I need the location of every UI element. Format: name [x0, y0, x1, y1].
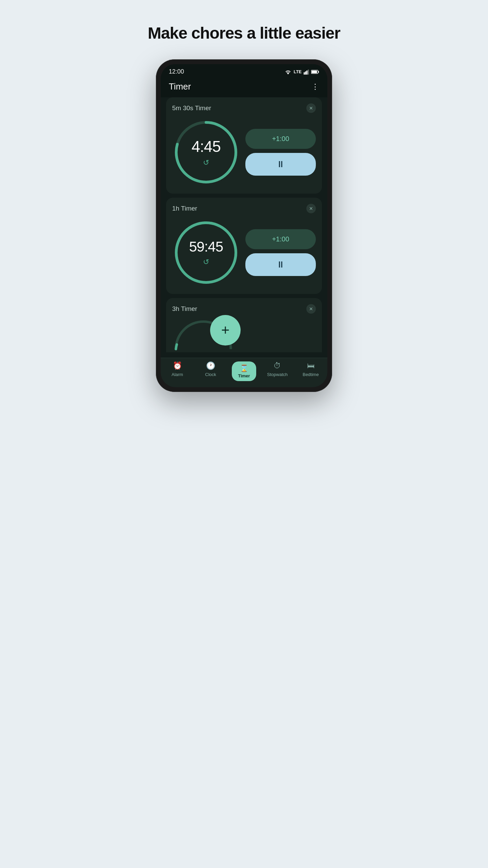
battery-icon: [311, 70, 319, 74]
nav-timer-pill: ⌛ Timer: [232, 361, 256, 381]
timer-2-reset-icon[interactable]: ↺: [203, 258, 209, 267]
timer-icon: ⌛: [240, 364, 248, 372]
timer-card-1: 5m 30s Timer ✕ 4:45 ↺: [166, 97, 322, 194]
alarm-icon: ⏰: [173, 361, 182, 370]
nav-bedtime-label: Bedtime: [303, 372, 319, 377]
timer-1-close-button[interactable]: ✕: [306, 103, 316, 113]
wifi-icon: [285, 69, 291, 75]
timer-2-display: 59:45 ↺: [172, 219, 240, 287]
pause-icon: ⏸: [276, 159, 285, 170]
timer-1-pause-button[interactable]: ⏸: [245, 153, 316, 176]
timer-3-close-button[interactable]: ✕: [306, 304, 316, 314]
svg-rect-0: [304, 72, 305, 75]
timer-2-add-button[interactable]: +1:00: [245, 229, 316, 249]
timer-list: 5m 30s Timer ✕ 4:45 ↺: [161, 97, 327, 358]
timer-2-circle: 59:45 ↺: [172, 219, 240, 287]
status-bar: 12:00 LTE: [161, 64, 327, 78]
pause-icon-2: ⏸: [276, 259, 285, 270]
timer-card-3: 3h Timer ✕ +: [166, 298, 322, 352]
timer-2-body: 59:45 ↺ +1:00 ⏸: [172, 219, 316, 287]
nav-alarm-label: Alarm: [171, 372, 183, 377]
timer-1-body: 4:45 ↺ +1:00 ⏸: [172, 118, 316, 186]
bottom-navigation: ⏰ Alarm 🕐 Clock ⌛ Timer ⏱ Stopwatch 🛏 Be…: [161, 358, 327, 387]
nav-alarm[interactable]: ⏰ Alarm: [161, 361, 194, 381]
timer-card-2: 1h Timer ✕ 59:45 ↺: [166, 198, 322, 294]
svg-rect-5: [318, 71, 319, 73]
timer-2-time: 59:45: [189, 239, 223, 255]
timer-2-label: 1h Timer: [172, 205, 197, 212]
svg-rect-6: [311, 71, 317, 73]
stopwatch-icon: ⏱: [273, 361, 281, 370]
more-options-button[interactable]: ⋮: [311, 82, 319, 91]
signal-icon: [304, 69, 309, 75]
timer-2-header: 1h Timer ✕: [172, 204, 316, 213]
timer-1-display: 4:45 ↺: [172, 118, 240, 186]
timer-2-actions: +1:00 ⏸: [245, 229, 316, 276]
svg-rect-2: [306, 71, 307, 75]
nav-bedtime[interactable]: 🛏 Bedtime: [294, 361, 327, 381]
nav-timer[interactable]: ⌛ Timer: [227, 361, 261, 381]
status-time: 12:00: [169, 68, 184, 75]
phone-screen: 12:00 LTE: [161, 64, 327, 387]
timer-2-pause-button[interactable]: ⏸: [245, 253, 316, 276]
svg-rect-3: [308, 70, 309, 75]
timer-1-reset-icon[interactable]: ↺: [203, 158, 209, 167]
timer-3-label: 3h Timer: [172, 305, 197, 313]
bedtime-icon: 🛏: [307, 361, 314, 370]
nav-clock-label: Clock: [205, 372, 216, 377]
timer-2-close-button[interactable]: ✕: [306, 204, 316, 213]
clock-icon: 🕐: [206, 361, 215, 370]
app-header: Timer ⋮: [161, 78, 327, 97]
timer-3-add-fab[interactable]: +: [210, 315, 241, 346]
timer-1-header: 5m 30s Timer ✕: [172, 103, 316, 113]
svg-rect-1: [305, 71, 306, 74]
phone-frame: 12:00 LTE: [156, 59, 332, 392]
timer-1-add-button[interactable]: +1:00: [245, 129, 316, 149]
timer-1-time: 4:45: [191, 137, 221, 156]
nav-clock[interactable]: 🕐 Clock: [194, 361, 227, 381]
lte-indicator: LTE: [293, 69, 302, 74]
timer-1-label: 5m 30s Timer: [172, 104, 211, 112]
timer-1-circle: 4:45 ↺: [172, 118, 240, 186]
timer-3-header: 3h Timer ✕: [172, 304, 316, 314]
status-icons: LTE: [285, 69, 319, 75]
nav-stopwatch-label: Stopwatch: [267, 372, 288, 377]
nav-timer-label: Timer: [238, 373, 250, 378]
page-headline: Make chores a little easier: [148, 24, 340, 42]
nav-stopwatch[interactable]: ⏱ Stopwatch: [261, 361, 294, 381]
app-title: Timer: [169, 81, 191, 92]
timer-1-actions: +1:00 ⏸: [245, 129, 316, 176]
